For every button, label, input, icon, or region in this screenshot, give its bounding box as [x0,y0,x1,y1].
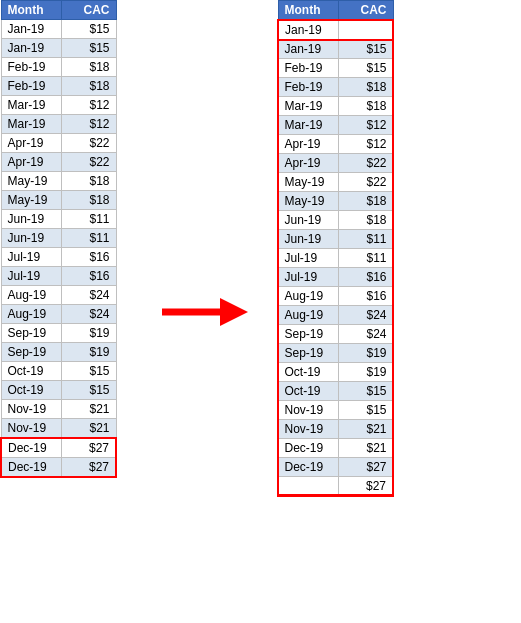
right-cac-cell: $22 [338,154,393,173]
right-month-cell: Feb-19 [278,78,338,97]
left-cac-cell: $18 [61,191,116,210]
left-month-cell: May-19 [1,191,61,210]
left-month-cell: Jan-19 [1,39,61,58]
left-cac-cell: $16 [61,267,116,286]
right-month-cell: Apr-19 [278,135,338,154]
left-cac-cell: $19 [61,343,116,362]
right-month-cell: Jun-19 [278,211,338,230]
left-month-cell: Dec-19 [1,438,61,458]
right-cac-cell: $16 [338,287,393,306]
right-month-cell: Jan-19 [278,20,338,40]
left-cac-cell: $21 [61,400,116,419]
right-month-cell: Aug-19 [278,306,338,325]
right-cac-cell: $18 [338,97,393,116]
right-table-container: Month CAC Jan-19Jan-19$15Feb-19$15Feb-19… [277,0,394,497]
right-cac-cell: $27 [338,477,393,497]
left-month-cell: Jul-19 [1,267,61,286]
right-month-cell: May-19 [278,192,338,211]
left-month-cell: Mar-19 [1,115,61,134]
right-cac-cell: $18 [338,192,393,211]
left-cac-cell: $12 [61,96,116,115]
right-cac-cell: $15 [338,59,393,78]
right-cac-cell: $24 [338,325,393,344]
left-cac-cell: $15 [61,39,116,58]
right-cac-cell: $15 [338,401,393,420]
left-cac-cell: $15 [61,362,116,381]
right-cac-cell: $18 [338,211,393,230]
right-month-cell: Sep-19 [278,344,338,363]
right-cac-cell: $19 [338,363,393,382]
left-month-cell: Mar-19 [1,96,61,115]
left-month-cell: Jun-19 [1,210,61,229]
left-cac-cell: $15 [61,20,116,39]
right-month-cell: Jan-19 [278,40,338,59]
left-cac-cell: $12 [61,115,116,134]
left-header-month: Month [1,1,61,20]
left-cac-cell: $21 [61,419,116,439]
right-month-cell: Oct-19 [278,363,338,382]
right-header-cac: CAC [338,1,393,21]
left-header-cac: CAC [61,1,116,20]
right-cac-cell: $11 [338,249,393,268]
arrow-container [160,292,250,332]
left-month-cell: Dec-19 [1,458,61,478]
right-cac-cell: $18 [338,78,393,97]
left-cac-cell: $22 [61,153,116,172]
left-month-cell: May-19 [1,172,61,191]
left-month-cell: Feb-19 [1,77,61,96]
right-cac-cell: $24 [338,306,393,325]
left-cac-cell: $11 [61,229,116,248]
left-month-cell: Apr-19 [1,134,61,153]
page-container: Month CAC Jan-19$15Jan-19$15Feb-19$18Feb… [0,0,521,623]
right-month-cell: Mar-19 [278,97,338,116]
right-cac-cell: $12 [338,116,393,135]
right-header-month: Month [278,1,338,21]
right-month-cell: Mar-19 [278,116,338,135]
right-month-cell: May-19 [278,173,338,192]
left-month-cell: Oct-19 [1,362,61,381]
left-cac-cell: $18 [61,77,116,96]
right-month-cell: Aug-19 [278,287,338,306]
left-month-cell: Apr-19 [1,153,61,172]
left-cac-cell: $27 [61,438,116,458]
right-cac-cell: $12 [338,135,393,154]
left-cac-cell: $11 [61,210,116,229]
left-month-cell: Jun-19 [1,229,61,248]
right-cac-cell: $16 [338,268,393,287]
right-month-cell: Apr-19 [278,154,338,173]
left-cac-cell: $15 [61,381,116,400]
right-month-cell: Dec-19 [278,458,338,477]
left-cac-cell: $16 [61,248,116,267]
right-month-cell: Sep-19 [278,325,338,344]
right-month-cell: Jul-19 [278,249,338,268]
left-table-section: Month CAC Jan-19$15Jan-19$15Feb-19$18Feb… [0,0,117,478]
right-month-cell: Jun-19 [278,230,338,249]
right-cac-cell: $21 [338,420,393,439]
left-month-cell: Sep-19 [1,324,61,343]
right-month-cell: Nov-19 [278,420,338,439]
right-month-cell: Dec-19 [278,439,338,458]
left-table: Month CAC Jan-19$15Jan-19$15Feb-19$18Feb… [0,0,117,478]
left-cac-cell: $24 [61,305,116,324]
left-month-cell: Nov-19 [1,419,61,439]
right-month-cell [278,477,338,497]
right-cac-cell: $15 [338,382,393,401]
right-cac-cell: $11 [338,230,393,249]
right-cac-cell: $15 [338,40,393,59]
right-table: Month CAC Jan-19Jan-19$15Feb-19$15Feb-19… [277,0,394,497]
right-month-cell: Nov-19 [278,401,338,420]
right-month-cell: Oct-19 [278,382,338,401]
left-cac-cell: $27 [61,458,116,478]
left-month-cell: Oct-19 [1,381,61,400]
right-cac-cell: $21 [338,439,393,458]
right-cac-cell: $27 [338,458,393,477]
left-month-cell: Nov-19 [1,400,61,419]
right-cac-cell: $22 [338,173,393,192]
left-cac-cell: $18 [61,172,116,191]
right-cac-cell: $19 [338,344,393,363]
left-month-cell: Feb-19 [1,58,61,77]
left-cac-cell: $18 [61,58,116,77]
right-month-cell: Jul-19 [278,268,338,287]
svg-marker-1 [220,298,248,326]
left-month-cell: Jul-19 [1,248,61,267]
